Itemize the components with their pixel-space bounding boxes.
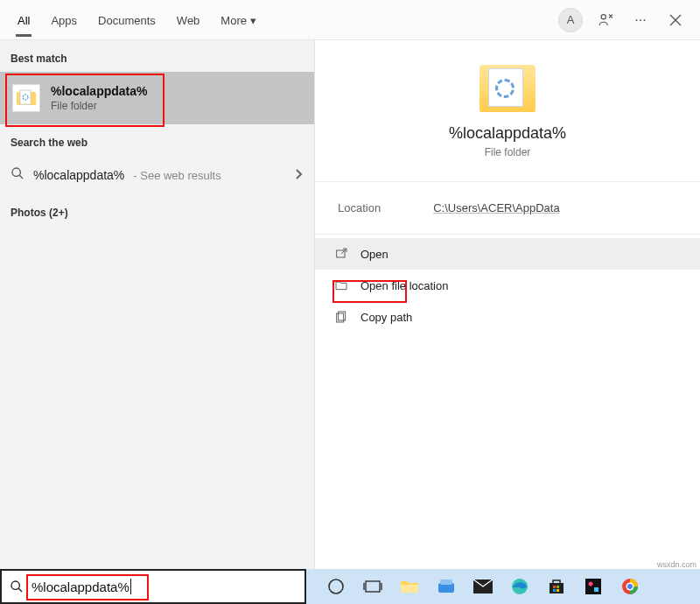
svg-point-4 bbox=[12, 168, 20, 176]
photos-heading[interactable]: Photos (2+) bbox=[0, 194, 314, 226]
result-title: %localappdata% bbox=[51, 84, 147, 98]
search-web-heading: Search the web bbox=[0, 124, 314, 156]
chevron-right-icon[interactable] bbox=[293, 167, 304, 183]
preview-title: %localappdata% bbox=[449, 124, 566, 143]
svg-point-8 bbox=[11, 581, 19, 589]
svg-point-9 bbox=[329, 579, 343, 593]
svg-rect-18 bbox=[556, 586, 559, 588]
tab-all[interactable]: All bbox=[7, 4, 40, 36]
svg-rect-21 bbox=[585, 579, 601, 594]
text-caret bbox=[130, 579, 131, 594]
more-options-button[interactable]: ··· bbox=[623, 3, 658, 38]
svg-point-26 bbox=[627, 584, 633, 589]
svg-rect-19 bbox=[553, 589, 556, 592]
svg-rect-6 bbox=[339, 312, 346, 320]
svg-rect-20 bbox=[556, 589, 559, 592]
attribution-text: wsxdn.com bbox=[657, 560, 696, 569]
search-web-result[interactable]: %localappdata% - See web results bbox=[0, 156, 314, 194]
result-subtitle: File folder bbox=[51, 100, 147, 112]
action-open[interactable]: Open bbox=[315, 238, 700, 270]
svg-point-0 bbox=[601, 14, 606, 18]
svg-rect-17 bbox=[553, 586, 556, 588]
edge-icon[interactable] bbox=[509, 576, 530, 597]
app-icon-2[interactable] bbox=[583, 576, 604, 597]
action-copy-path[interactable]: Copy path bbox=[315, 301, 700, 333]
tab-apps[interactable]: Apps bbox=[40, 4, 88, 36]
account-avatar[interactable]: A bbox=[553, 3, 588, 38]
best-match-result[interactable]: %localappdata% File folder bbox=[0, 72, 314, 124]
mail-icon[interactable] bbox=[472, 576, 494, 597]
svg-rect-2 bbox=[20, 90, 31, 104]
svg-rect-7 bbox=[337, 313, 344, 322]
search-tab-bar: All Apps Documents Web More ▾ A ··· bbox=[0, 0, 700, 40]
close-button[interactable] bbox=[658, 3, 693, 38]
folder-icon bbox=[12, 84, 40, 112]
cortana-icon[interactable] bbox=[326, 576, 346, 597]
tab-documents[interactable]: Documents bbox=[88, 4, 166, 36]
search-icon bbox=[10, 166, 24, 184]
chrome-icon[interactable] bbox=[620, 576, 640, 597]
svg-rect-11 bbox=[401, 585, 418, 593]
search-input-value[interactable]: %localappdata% bbox=[32, 579, 130, 594]
tab-more[interactable]: More ▾ bbox=[210, 4, 266, 36]
location-value[interactable]: C:\Users\ACER\AppData bbox=[433, 201, 560, 214]
preview-subtitle: File folder bbox=[485, 146, 531, 158]
svg-rect-10 bbox=[366, 581, 380, 592]
svg-point-22 bbox=[589, 582, 593, 586]
chevron-down-icon: ▾ bbox=[250, 14, 256, 27]
app-icon-1[interactable] bbox=[436, 576, 457, 597]
task-view-icon[interactable] bbox=[362, 576, 383, 597]
store-icon[interactable] bbox=[546, 576, 567, 597]
search-icon bbox=[2, 579, 32, 593]
location-label: Location bbox=[338, 201, 381, 214]
results-panel: Best match %localappdata% File folder Se… bbox=[0, 40, 315, 569]
web-hint: - See web results bbox=[133, 169, 220, 182]
action-open-file-location[interactable]: Open file location bbox=[315, 270, 700, 301]
taskbar-search-box[interactable]: %localappdata% bbox=[0, 569, 306, 604]
svg-rect-23 bbox=[594, 587, 598, 592]
preview-panel: %localappdata% File folder Location C:\U… bbox=[315, 40, 700, 569]
feedback-icon[interactable] bbox=[588, 3, 623, 38]
svg-rect-13 bbox=[440, 579, 452, 585]
folder-large-icon bbox=[480, 65, 536, 112]
file-explorer-icon[interactable] bbox=[399, 576, 420, 597]
web-term: %localappdata% bbox=[33, 168, 124, 182]
tab-web[interactable]: Web bbox=[166, 4, 211, 36]
best-match-heading: Best match bbox=[0, 40, 314, 72]
taskbar: %localappdata% bbox=[0, 569, 700, 604]
